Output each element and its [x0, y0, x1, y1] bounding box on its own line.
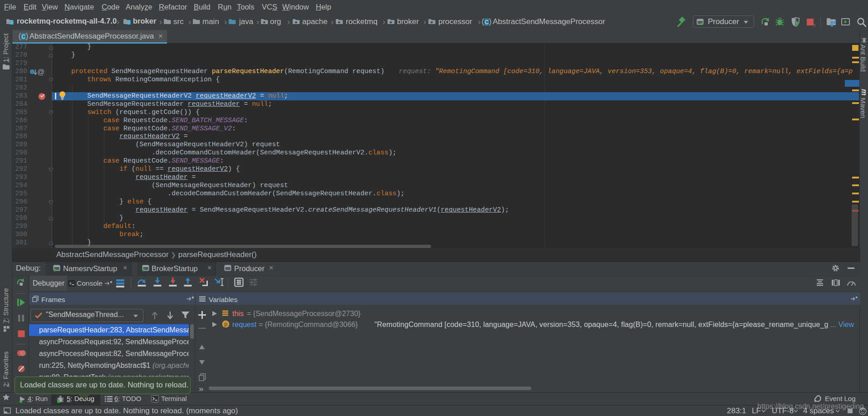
svg-text:C: C [485, 19, 489, 25]
svg-text:C: C [21, 34, 25, 40]
svg-text:p: p [224, 321, 227, 327]
svg-text:3: 3 [813, 23, 815, 27]
